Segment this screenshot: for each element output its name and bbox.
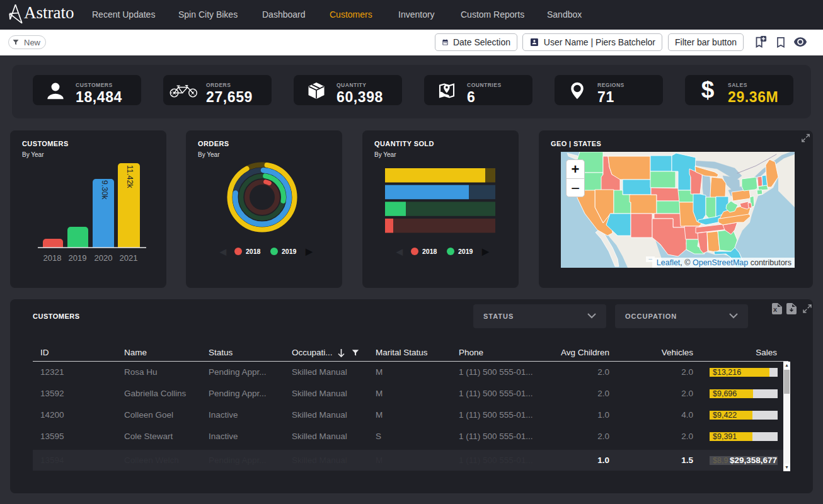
- svg-text:X: X: [773, 307, 777, 313]
- svg-text:2020: 2020: [95, 253, 113, 263]
- svg-text:11.42k: 11.42k: [125, 165, 134, 188]
- svg-text:9.30k: 9.30k: [100, 180, 109, 200]
- svg-text:2021: 2021: [120, 253, 138, 263]
- svg-text:2019: 2019: [69, 253, 87, 263]
- svg-text:2018: 2018: [43, 253, 62, 263]
